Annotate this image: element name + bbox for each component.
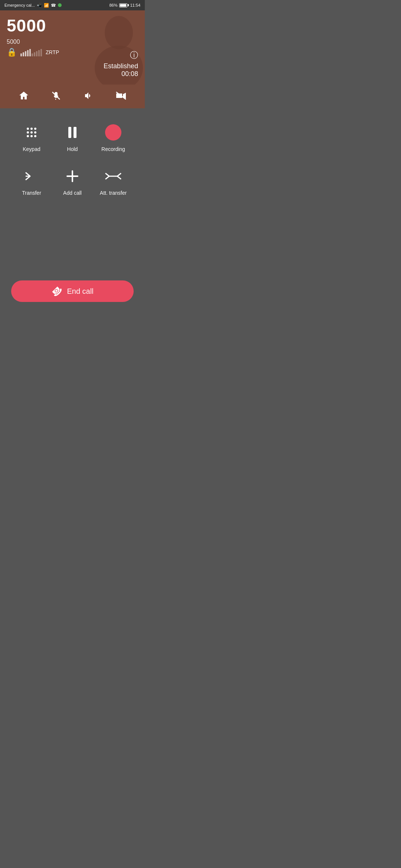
hold-icon — [63, 123, 82, 142]
controls-area: Keypad Hold Recording — [0, 108, 145, 203]
video-off-button[interactable] — [113, 88, 129, 103]
caller-number-small: 5000 — [7, 39, 138, 45]
hold-button[interactable]: Hold — [56, 123, 89, 152]
call-actions-bar — [0, 85, 145, 108]
mute-button[interactable] — [49, 88, 63, 103]
time-display: 11:54 — [130, 3, 140, 7]
add-call-icon — [63, 167, 82, 185]
home-button[interactable] — [16, 88, 31, 103]
transfer-icon — [22, 167, 41, 185]
recording-label: Recording — [101, 146, 125, 152]
recording-button[interactable]: Recording — [97, 123, 130, 152]
status-left: Emergency cal... 📲 📶 ☎ — [4, 3, 62, 8]
hold-label: Hold — [67, 146, 78, 152]
keypad-label: Keypad — [23, 146, 40, 152]
signal-bars — [20, 48, 42, 56]
end-call-button[interactable]: ☎ End call — [11, 280, 134, 302]
battery-percent: 86% — [109, 3, 117, 7]
att-transfer-icon — [104, 167, 123, 185]
recording-dot — [105, 124, 121, 141]
call-duration: 00:08 — [104, 70, 138, 78]
att-transfer-label: Att. transfer — [100, 190, 127, 196]
end-call-label: End call — [67, 287, 93, 296]
transfer-label: Transfer — [22, 190, 41, 196]
status-right: 86% 11:54 — [109, 3, 140, 7]
recording-icon — [104, 123, 123, 142]
keypad-button[interactable]: Keypad — [15, 123, 48, 152]
transfer-button[interactable]: Transfer — [15, 167, 48, 196]
speaker-button[interactable] — [81, 88, 96, 103]
sim-icon: 📲 — [37, 3, 42, 8]
established-box: ⓘ Established 00:08 — [104, 50, 138, 78]
add-call-label: Add call — [63, 190, 82, 196]
status-bar: Emergency cal... 📲 📶 ☎ 86% 11:54 — [0, 0, 145, 10]
caller-number-large: 5000 — [7, 16, 138, 36]
wifi-icon: 📶 — [44, 3, 49, 8]
call-header: 5000 5000 🔒 ZRTP ⓘ Established 00:08 — [0, 10, 145, 85]
end-call-icon: ☎ — [49, 283, 65, 299]
att-transfer-button[interactable]: Att. transfer — [97, 167, 130, 196]
battery-icon — [119, 3, 127, 7]
emergency-call-text: Emergency cal... — [4, 3, 35, 7]
lock-icon: 🔒 — [7, 47, 17, 57]
info-icon: ⓘ — [104, 50, 138, 61]
add-call-button[interactable]: Add call — [56, 167, 89, 196]
keypad-icon — [22, 123, 41, 142]
controls-grid: Keypad Hold Recording — [7, 123, 137, 196]
active-call-dot — [58, 3, 62, 7]
phone-icon: ☎ — [51, 3, 56, 8]
zrtp-label: ZRTP — [46, 49, 59, 55]
end-call-area: ☎ End call — [0, 280, 145, 302]
established-text: Established — [104, 62, 138, 70]
